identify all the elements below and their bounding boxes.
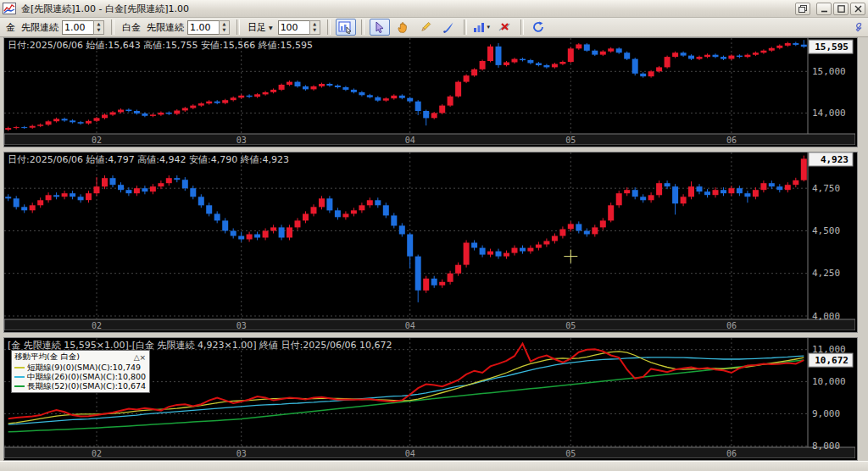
minimize-button[interactable] [816,3,832,15]
refresh-button[interactable] [529,19,549,36]
timeframe-select[interactable]: 日足▼ [245,20,275,35]
svg-text:06: 06 [726,136,737,145]
platinum-ohlc-header: 日付:2025/06/06 始値:4,797 高値:4,942 安値:4,790… [8,153,289,166]
ma-legend-title: 移動平均(金 白金) [14,352,125,363]
sma-mid-label: 中期線(26)(0)(SMA)(C):10,800 [27,372,146,381]
svg-text:05: 05 [565,321,576,330]
svg-text:15,000: 15,000 [812,66,846,77]
hand-icon [397,21,409,33]
legend-item-sma-short: 短期線(9)(0)(SMA)(C):10,749 [14,363,146,372]
svg-text:04: 04 [405,321,415,330]
title-bar[interactable]: 金[先限連続]1.00 - 白金[先限連続]1.00 [0,0,868,18]
chevron-down-icon: ▼ [486,25,491,30]
svg-text:4,250: 4,250 [812,268,840,279]
platinum-chart-panel[interactable]: 4,7504,5004,2504,00002030405064,923 日付:2… [3,152,858,333]
svg-text:9,000: 9,000 [812,408,840,419]
clear-drawings-button[interactable] [495,19,515,36]
svg-text:15,595: 15,595 [815,42,849,53]
app-window: 金[先限連続]1.00 - 白金[先限連続]1.00 金 先限連続 ▲▼ 白金 … [0,0,868,471]
svg-text:06: 06 [726,449,737,458]
float-window-button[interactable] [795,3,810,15]
timeframe-label: 日足 [248,21,266,34]
toolbar-separator [520,19,524,35]
legend-item-sma-long: 長期線(52)(0)(SMA)(C):10,674 [14,381,146,391]
svg-text:8,000: 8,000 [812,441,840,452]
legend-collapse-close-buttons[interactable]: △× [134,353,146,362]
bar-count-input[interactable] [278,20,309,35]
settings-wrench-icon[interactable] [852,20,863,36]
platinum-chart-plot[interactable]: 4,7504,5004,2504,00002030405064,923 [4,152,855,330]
svg-text:02: 02 [92,321,102,330]
cursor-icon [374,21,385,33]
svg-text:4,500: 4,500 [812,225,840,236]
sma-mid-swatch [14,376,25,378]
svg-text:05: 05 [565,449,576,458]
gold-chart-plot[interactable]: 15,00014,000020304050615,595 [4,38,855,145]
toolbar-separator [111,19,114,35]
pan-hand-button[interactable] [392,19,413,36]
svg-text:03: 03 [236,449,247,458]
svg-text:10,000: 10,000 [812,376,846,387]
legend-item-sma-mid: 中期線(26)(0)(SMA)(C):10,800 [14,372,146,381]
refresh-icon [532,21,545,33]
chart-type-button[interactable]: ▼ [472,19,492,36]
svg-text:4,923: 4,923 [821,154,849,165]
window-title: 金[先限連続]1.00 - 白金[先限連続]1.00 [21,3,795,15]
gold-series-label: 先限連続 [21,21,58,34]
svg-text:03: 03 [236,321,247,330]
svg-text:02: 02 [92,136,102,145]
platinum-symbol-label: 白金 [122,21,141,34]
toolbar-separator [327,19,331,35]
chevron-down-icon: ▼ [269,25,273,30]
ma-legend[interactable]: 移動平均(金 白金) △× 短期線(9)(0)(SMA)(C):10,749 中… [11,350,150,393]
maximize-button[interactable] [833,3,849,15]
status-bar [0,461,868,471]
gold-multiplier-input[interactable] [62,20,93,35]
svg-text:05: 05 [565,136,576,145]
svg-text:02: 02 [92,449,102,458]
sma-long-swatch [14,385,25,387]
delete-x-icon [498,21,511,33]
sma-short-label: 短期線(9)(0)(SMA)(C):10,749 [27,363,141,372]
svg-text:4,000: 4,000 [812,311,840,322]
chart-region-button[interactable] [336,19,356,36]
toolbar-separator [464,19,467,35]
chart-region-icon [338,21,353,34]
brush-icon [442,21,454,33]
svg-text:04: 04 [405,136,415,145]
svg-text:04: 04 [405,449,415,458]
svg-text:10,672: 10,672 [815,355,849,366]
chart-area: 15,00014,000020304050615,595 日付:2025/06/… [0,37,868,461]
brush-draw-button[interactable] [438,19,459,36]
gold-multiplier-spinner[interactable]: ▲▼ [93,20,104,35]
toolbar-separator [361,19,364,35]
sma-long-label: 長期線(52)(0)(SMA)(C):10,674 [27,381,146,391]
toolbar-separator [236,19,240,35]
app-icon [3,3,18,14]
close-button[interactable] [850,3,865,15]
toolbar: 金 先限連続 ▲▼ 白金 先限連続 ▲▼ 日足▼ ▲▼ ▼ [0,18,868,37]
svg-text:14,000: 14,000 [812,108,846,119]
svg-text:4,750: 4,750 [812,183,840,194]
cursor-button[interactable] [370,19,390,36]
svg-text:06: 06 [726,321,737,330]
pencil-icon [420,21,431,33]
gold-chart-panel[interactable]: 15,00014,000020304050615,595 日付:2025/06/… [3,37,858,147]
svg-text:03: 03 [236,136,247,145]
pencil-draw-button[interactable] [415,19,436,36]
bar-count-spinner[interactable]: ▲▼ [309,20,320,35]
bar-chart-icon [473,21,485,33]
gold-ohlc-header: 日付:2025/06/06 始値:15,643 高値:15,755 安値:15,… [8,39,313,52]
platinum-multiplier-input[interactable] [187,20,219,35]
sma-short-swatch [14,367,25,368]
platinum-multiplier-spinner[interactable]: ▲▼ [219,20,230,35]
gold-symbol-label: 金 [6,21,15,34]
spread-chart-panel[interactable]: 11,00010,0009,0008,000020304050610,672 [… [3,337,858,461]
platinum-series-label: 先限連続 [147,21,184,34]
